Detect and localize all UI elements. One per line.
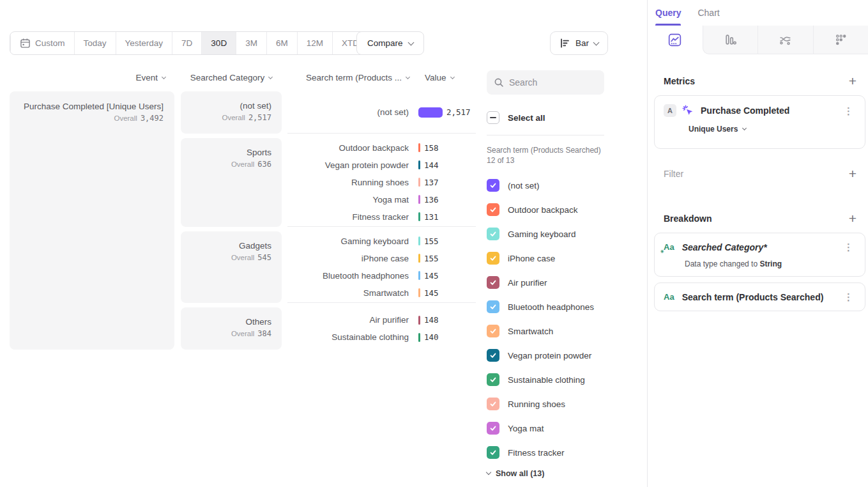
filter-checkbox-item[interactable]: Fitness tracker: [487, 440, 604, 465]
filter-checkbox-item[interactable]: Gaming keyboard: [487, 222, 604, 246]
show-all-toggle[interactable]: Show all (13): [487, 469, 604, 478]
breakdown-card[interactable]: Aa Searched Category* ⋮ Data type change…: [654, 233, 865, 277]
search-term-label: Sustainable clothing: [287, 332, 418, 342]
checkbox-checked[interactable]: [487, 228, 499, 240]
kebab-menu-icon[interactable]: ⋮: [841, 105, 856, 117]
value-text: 155: [424, 236, 439, 246]
date-range-button[interactable]: Today: [74, 32, 116, 54]
breakdown-card-list: Aa Searched Category* ⋮ Data type change…: [654, 233, 865, 317]
event-cell[interactable]: Purchase Completed [Unique Users] Overal…: [10, 91, 174, 350]
add-metric-button[interactable]: +: [849, 75, 857, 88]
checkbox-checked[interactable]: [487, 398, 499, 410]
select-all-row[interactable]: Select all: [487, 111, 604, 124]
date-range-button[interactable]: 6M: [266, 32, 297, 54]
date-range-button[interactable]: Custom: [10, 32, 74, 54]
date-range-label: 7D: [181, 38, 192, 48]
value-bar: [418, 333, 420, 342]
sidebar-tab[interactable]: Chart: [697, 0, 719, 26]
kebab-menu-icon[interactable]: ⋮: [841, 291, 856, 303]
tab-retention[interactable]: [813, 26, 868, 54]
filter-item-label: Outdoor backpack: [508, 205, 578, 215]
category-cell[interactable]: SportsOverall636: [181, 138, 282, 227]
column-header-category[interactable]: Searched Category: [181, 73, 282, 82]
filter-checkbox-item[interactable]: iPhone case: [487, 246, 604, 270]
sidebar-tabs: QueryChart: [648, 0, 868, 26]
checkbox-checked[interactable]: [487, 325, 499, 337]
table-row[interactable]: Fitness tracker131: [287, 208, 476, 226]
table-row[interactable]: Air purifier148: [287, 311, 476, 329]
search-input[interactable]: [509, 77, 597, 88]
date-range-button[interactable]: 3M: [236, 32, 266, 54]
checkbox-checked[interactable]: [487, 349, 499, 362]
table-row[interactable]: Sustainable clothing140: [287, 329, 476, 346]
tab-funnels[interactable]: [703, 26, 758, 54]
filter-checkbox-item[interactable]: Yoga mat: [487, 416, 604, 440]
string-property-icon: Aa: [664, 242, 674, 252]
filter-title: Filter: [664, 169, 683, 179]
checkbox-checked[interactable]: [487, 446, 499, 459]
checkbox-checked[interactable]: [487, 179, 499, 192]
checkbox-checked[interactable]: [487, 203, 499, 216]
table-row[interactable]: Outdoor backpack158: [287, 139, 476, 157]
add-breakdown-button[interactable]: +: [849, 212, 857, 225]
tab-insights[interactable]: [648, 26, 703, 54]
table-row[interactable]: iPhone case155: [287, 250, 476, 267]
aggregation-select[interactable]: Unique Users: [689, 125, 856, 134]
category-cell[interactable]: (not set)Overall2,517: [181, 91, 282, 134]
table-row[interactable]: Bluetooth headphones145: [287, 267, 476, 284]
chart-type-select[interactable]: Bar: [550, 31, 608, 55]
filter-checkbox-item[interactable]: Outdoor backpack: [487, 197, 604, 222]
breakdown-title: Breakdown: [664, 213, 712, 224]
filter-checkbox-item[interactable]: (not set): [487, 173, 604, 197]
date-range-button[interactable]: 7D: [172, 32, 201, 54]
filter-checkbox-item[interactable]: Bluetooth headphones: [487, 295, 604, 319]
filter-checkbox-item[interactable]: Running shoes: [487, 392, 604, 416]
table-row[interactable]: Vegan protein powder144: [287, 157, 476, 174]
category-cell[interactable]: GadgetsOverall545: [181, 231, 282, 303]
filter-checkbox-item[interactable]: Air purifier: [487, 270, 604, 295]
filter-checkbox-item[interactable]: Smartwatch: [487, 319, 604, 343]
date-range-button[interactable]: Yesterday: [116, 32, 172, 54]
tab-flows[interactable]: [758, 26, 813, 54]
filter-item-label: Air purifier: [508, 278, 547, 288]
checkbox-checked[interactable]: [487, 422, 499, 435]
date-range-group: Custom Today Yesterday 7D 30D 3M: [10, 31, 377, 55]
column-header-search-term[interactable]: Search term (Products ...: [287, 73, 418, 82]
chevron-down-icon: [162, 74, 166, 79]
breakdown-card[interactable]: Aa Search term (Products Searched) ⋮: [654, 282, 865, 311]
select-all-checkbox-indeterminate[interactable]: [487, 111, 499, 124]
group-rows: Gaming keyboard155iPhone case155Bluetoot…: [287, 231, 476, 303]
search-term-label: Smartwatch: [287, 288, 418, 298]
table-row[interactable]: Smartwatch145: [287, 284, 476, 302]
filter-item-label: Bluetooth headphones: [508, 302, 594, 312]
table-row[interactable]: Gaming keyboard155: [287, 233, 476, 250]
checkbox-checked[interactable]: [487, 300, 499, 313]
checkbox-checked[interactable]: [487, 252, 499, 265]
checkbox-checked[interactable]: [487, 276, 499, 289]
column-header-event[interactable]: Event: [10, 73, 174, 82]
compare-button[interactable]: Compare: [356, 31, 424, 55]
filter-checkbox-item[interactable]: Vegan protein powder: [487, 343, 604, 367]
group-rows: (not set)2,517: [287, 91, 476, 134]
add-filter-button[interactable]: +: [849, 167, 857, 180]
metric-card[interactable]: A Purchase Completed ⋮ Unique Users: [654, 95, 865, 149]
search-box[interactable]: [487, 70, 604, 95]
column-header-value[interactable]: Value: [418, 73, 476, 82]
chevron-down-icon: [486, 470, 491, 475]
date-range-button[interactable]: 12M: [297, 32, 332, 54]
table-row[interactable]: (not set)2,517: [287, 104, 476, 121]
checkbox-checked[interactable]: [487, 373, 499, 386]
table-group: (not set)Overall2,517(not set)2,517: [181, 91, 476, 134]
value-bar: [418, 160, 420, 169]
value-text: 145: [424, 271, 439, 281]
filter-checkbox-item[interactable]: Sustainable clothing: [487, 367, 604, 392]
filter-item-label: Smartwatch: [508, 327, 553, 336]
table-group: SportsOverall636Outdoor backpack158Vegan…: [181, 138, 476, 227]
category-cell[interactable]: OthersOverall384: [181, 307, 282, 350]
kebab-menu-icon[interactable]: ⋮: [841, 241, 856, 253]
table-row[interactable]: Running shoes137: [287, 174, 476, 191]
search-term-label: iPhone case: [287, 254, 418, 263]
date-range-button[interactable]: 30D: [201, 32, 236, 54]
table-row[interactable]: Yoga mat136: [287, 191, 476, 208]
sidebar-tab[interactable]: Query: [655, 0, 681, 26]
